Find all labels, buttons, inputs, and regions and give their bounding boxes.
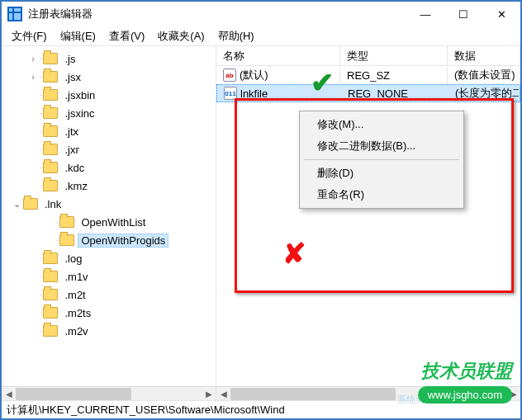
value-data: (长度为零的二进制值) <box>448 83 520 103</box>
tree-label: .jtx <box>61 125 82 139</box>
folder-icon <box>43 71 58 83</box>
context-menu-item[interactable]: 重命名(R) <box>302 184 461 205</box>
menubar: 文件(F) 编辑(E) 查看(V) 收藏夹(A) 帮助(H) <box>2 26 520 46</box>
scroll-left-icon[interactable]: ◀ <box>216 387 230 400</box>
window-title: 注册表编辑器 <box>28 7 406 21</box>
menu-help[interactable]: 帮助(H) <box>211 27 261 45</box>
tree-node[interactable]: ··.kmz <box>2 177 216 195</box>
scroll-right-icon[interactable]: ▶ <box>202 387 216 400</box>
folder-icon <box>43 162 58 173</box>
value-type: REG_SZ <box>340 67 448 84</box>
context-menu-item[interactable]: 修改(M)... <box>302 114 461 135</box>
minimize-button[interactable]: — <box>406 2 444 26</box>
tree-label: .kdc <box>61 161 88 175</box>
menu-file[interactable]: 文件(F) <box>5 27 54 45</box>
folder-icon <box>23 198 38 210</box>
folder-icon <box>43 307 58 319</box>
tree-label: .m2t <box>61 288 88 302</box>
tree-node[interactable]: ⌄.lnk <box>2 195 216 213</box>
tree-label: .kmz <box>61 179 90 193</box>
app-icon <box>7 6 23 22</box>
tree-label: OpenWithList <box>78 215 149 229</box>
tree-node[interactable]: ··.m1v <box>2 267 216 286</box>
svg-rect-4 <box>14 13 21 20</box>
tree-node[interactable]: ··.jtx <box>2 122 216 140</box>
folder-icon <box>43 289 58 300</box>
folder-icon <box>43 325 58 337</box>
svg-rect-1 <box>9 8 12 12</box>
folder-icon <box>43 180 58 191</box>
tree-label: OpenWithProgids <box>78 234 168 248</box>
svg-rect-3 <box>9 13 12 20</box>
tree-node[interactable]: ··.kdc <box>2 158 216 177</box>
tree-node[interactable]: ··.m2v <box>2 322 216 340</box>
titlebar[interactable]: 注册表编辑器 — ☐ ✕ <box>2 2 520 26</box>
tree-node[interactable]: ··OpenWithProgids <box>2 231 216 249</box>
tree-label: .jxr <box>61 143 82 157</box>
context-menu-item[interactable]: 修改二进制数据(B)... <box>302 135 461 157</box>
tree-label: .lnk <box>41 197 64 211</box>
folder-icon <box>59 234 74 246</box>
chevron-right-icon[interactable]: › <box>26 72 40 82</box>
maximize-button[interactable]: ☐ <box>444 2 482 26</box>
scroll-left-icon[interactable]: ◀ <box>2 387 16 400</box>
tree-label: .jsx <box>61 70 84 84</box>
folder-icon <box>43 271 58 282</box>
folder-icon <box>43 252 58 264</box>
tree-label: .m2v <box>61 324 91 338</box>
folder-icon <box>43 89 58 101</box>
list-hscrollbar[interactable]: ◀ ▶ <box>216 386 520 400</box>
tree-node[interactable]: ··.log <box>2 249 216 267</box>
tree-node[interactable]: ··.m2ts <box>2 304 216 322</box>
value-row[interactable]: ab(默认)REG_SZ(数值未设置) <box>216 66 520 84</box>
menu-view[interactable]: 查看(V) <box>102 27 151 45</box>
tree-label: .m1v <box>61 270 91 284</box>
value-name: (默认) <box>240 68 268 83</box>
chevron-down-icon[interactable]: ⌄ <box>10 199 23 210</box>
statusbar: 计算机\HKEY_CURRENT_USER\Software\Microsoft… <box>2 400 520 418</box>
scroll-thumb[interactable] <box>16 388 131 400</box>
tree-node[interactable]: ··.jsxbin <box>2 86 216 104</box>
folder-icon <box>59 216 74 228</box>
tree-node[interactable]: ··OpenWithList <box>2 213 216 231</box>
scroll-thumb[interactable] <box>230 388 396 400</box>
value-name: lnkfile <box>240 87 268 100</box>
tree-node[interactable]: ›··.js <box>2 50 216 68</box>
tree-label: .jsxbin <box>61 88 98 102</box>
tree-label: .jsxinc <box>61 106 97 120</box>
value-data: (数值未设置) <box>448 66 520 85</box>
tree-node[interactable]: ··.m2t <box>2 286 216 304</box>
string-value-icon: ab <box>223 68 236 82</box>
chevron-right-icon[interactable]: › <box>26 54 40 64</box>
column-type[interactable]: 类型 <box>340 46 448 65</box>
context-menu-item[interactable]: 删除(D) <box>302 163 461 184</box>
binary-value-icon: 011 <box>224 87 237 100</box>
close-button[interactable]: ✕ <box>482 2 520 26</box>
context-menu-separator <box>304 159 459 160</box>
tree-node[interactable]: ··.jxr <box>2 140 216 158</box>
value-row[interactable]: 011lnkfileREG_NONE(长度为零的二进制值) <box>216 84 520 102</box>
value-type: REG_NONE <box>341 85 448 102</box>
registry-tree[interactable]: ›··.js›··.jsx··.jsxbin··.jsxinc··.jtx··.… <box>2 46 216 386</box>
menu-edit[interactable]: 编辑(E) <box>54 27 102 45</box>
folder-icon <box>43 53 58 64</box>
tree-hscrollbar[interactable]: ◀ ▶ <box>2 386 216 400</box>
column-name[interactable]: 名称 <box>216 46 340 65</box>
tree-label: .js <box>61 52 78 66</box>
scroll-right-icon[interactable]: ▶ <box>506 387 520 400</box>
menu-favorites[interactable]: 收藏夹(A) <box>151 27 211 45</box>
folder-icon <box>43 107 58 119</box>
column-data[interactable]: 数据 <box>448 46 520 65</box>
svg-rect-2 <box>14 8 21 12</box>
tree-node[interactable]: ··.jsxinc <box>2 104 216 122</box>
context-menu: 修改(M)...修改二进制数据(B)...删除(D)重命名(R) <box>299 111 464 209</box>
folder-icon <box>43 125 58 137</box>
tree-label: .log <box>61 252 85 266</box>
tree-label: .m2ts <box>61 306 94 320</box>
list-header: 名称 类型 数据 <box>216 46 520 66</box>
folder-icon <box>43 144 58 155</box>
tree-node[interactable]: ›··.jsx <box>2 68 216 86</box>
